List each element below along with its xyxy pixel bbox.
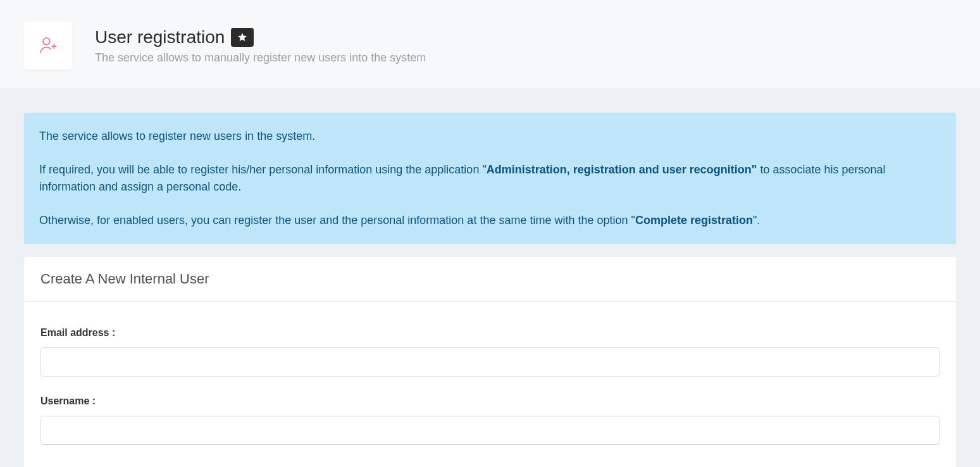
username-form-group: Username : xyxy=(40,395,940,445)
header-content: User registration The service allows to … xyxy=(24,22,956,70)
email-label: Email address : xyxy=(40,327,940,339)
email-field[interactable] xyxy=(40,347,940,377)
banner-line-2: If required, you will be able to registe… xyxy=(39,161,941,196)
banner-line-3-suffix: ". xyxy=(753,214,760,227)
card-body: Email address : Username : xyxy=(24,302,956,467)
title-block: User registration The service allows to … xyxy=(95,27,426,65)
create-user-card: Create A New Internal User Email address… xyxy=(24,257,956,467)
content-area: The service allows to register new users… xyxy=(0,89,980,467)
svg-point-0 xyxy=(43,38,50,45)
banner-line-2-bold: Administration, registration and user re… xyxy=(487,163,757,176)
star-icon xyxy=(237,32,248,43)
card-title: Create A New Internal User xyxy=(40,271,940,287)
title-row: User registration xyxy=(95,27,426,47)
favorite-button[interactable] xyxy=(231,28,254,47)
banner-line-3-prefix: Otherwise, for enabled users, you can re… xyxy=(39,214,635,227)
username-field[interactable] xyxy=(40,416,940,445)
page-subtitle: The service allows to manually register … xyxy=(95,51,426,65)
info-banner: The service allows to register new users… xyxy=(24,113,956,244)
page-header: User registration The service allows to … xyxy=(0,0,980,89)
user-plus-icon xyxy=(38,35,58,56)
email-form-group: Email address : xyxy=(40,327,940,377)
banner-line-1: The service allows to register new users… xyxy=(39,128,941,145)
username-label: Username : xyxy=(40,395,940,407)
banner-line-3-bold: Complete registration xyxy=(635,214,753,227)
page-title: User registration xyxy=(95,27,225,47)
card-header: Create A New Internal User xyxy=(24,257,956,302)
banner-line-3: Otherwise, for enabled users, you can re… xyxy=(39,212,941,229)
banner-line-2-prefix: If required, you will be able to registe… xyxy=(39,163,487,176)
page-icon-box xyxy=(24,22,72,70)
